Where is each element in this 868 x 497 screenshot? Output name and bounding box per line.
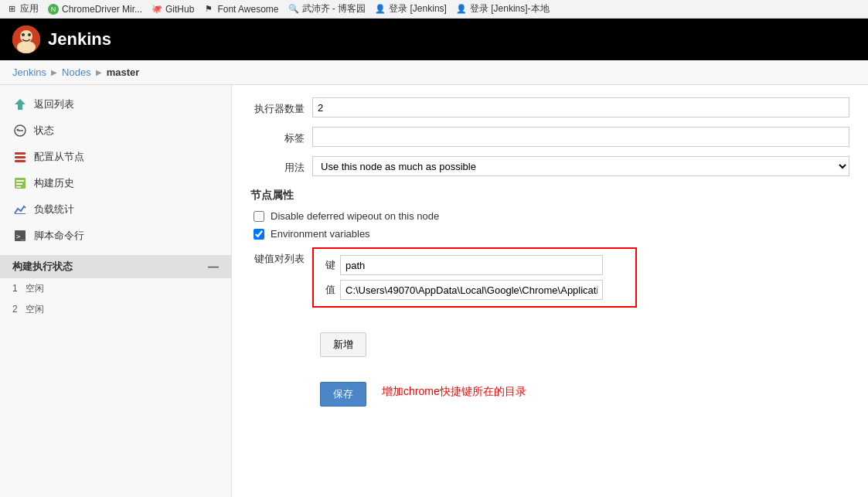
sidebar-item-config[interactable]: 配置从节点: [0, 144, 231, 170]
jenkins-login1-icon: 👤: [375, 4, 386, 15]
load-icon: [12, 202, 28, 217]
jenkins-logo-text: Jenkins: [48, 29, 111, 49]
content-area: 执行器数量 标签 用法 Use this node as much as pos…: [232, 85, 868, 497]
apps-label: 应用: [20, 2, 39, 15]
build-item-2-label: 空闲: [26, 304, 44, 315]
config-icon: [12, 149, 28, 165]
main-layout: 返回列表 状态 配置从节点 构建历史 负载统计: [0, 85, 868, 497]
build-status-item-2: 2 空闲: [0, 299, 231, 320]
build-status-section: 构建执行状态 — 1 空闲 2 空闲: [0, 255, 231, 320]
env-vars-checkbox[interactable]: [254, 229, 264, 240]
kv-key-input[interactable]: [340, 255, 603, 275]
jenkins-login1-label: 登录 [Jenkins]: [389, 2, 447, 15]
wupeiqiblog-bookmark[interactable]: 🔍 武沛齐 - 博客园: [288, 2, 366, 15]
status-icon: [12, 123, 28, 138]
back-icon: [12, 97, 28, 112]
svg-rect-13: [16, 180, 24, 182]
breadcrumb-nodes[interactable]: Nodes: [62, 66, 91, 78]
jenkins-logo[interactable]: Jenkins: [12, 26, 111, 53]
sidebar: 返回列表 状态 配置从节点 构建历史 负载统计: [0, 85, 232, 497]
build-status-item-1: 1 空闲: [0, 278, 231, 299]
build-status-title: 构建执行状态: [12, 260, 73, 274]
sidebar-item-back[interactable]: 返回列表: [0, 91, 231, 117]
apps-icon: ⊞: [6, 4, 17, 15]
svg-point-4: [28, 33, 31, 36]
jenkins-login2-bookmark[interactable]: 👤 登录 [Jenkins]-本地: [456, 2, 550, 15]
save-button[interactable]: 保存: [320, 382, 366, 407]
github-icon: 🐙: [151, 4, 162, 15]
jenkins-login2-label: 登录 [Jenkins]-本地: [470, 2, 550, 15]
build-item-1-number: 1: [12, 283, 18, 294]
usage-label: 用法: [250, 156, 312, 175]
svg-rect-10: [15, 156, 26, 158]
github-label: GitHub: [165, 4, 194, 15]
kv-section: 键值对列表 键 值: [250, 247, 849, 308]
chromedriver-icon: N: [48, 4, 59, 15]
breadcrumb: Jenkins ▶ Nodes ▶ master: [0, 60, 868, 85]
sidebar-back-label: 返回列表: [34, 97, 74, 111]
build-item-2-number: 2: [12, 304, 18, 315]
chromedriver-bookmark[interactable]: N ChromeDriver Mir...: [48, 4, 142, 15]
env-vars-label: Environment variables: [271, 228, 370, 240]
kv-key-row: 键: [320, 255, 629, 275]
kv-section-label: 键值对列表: [250, 247, 312, 266]
fontawesome-bookmark[interactable]: ⚑ Font Awesome: [203, 4, 278, 15]
browser-toolbar: ⊞ 应用 N ChromeDriver Mir... 🐙 GitHub ⚑ Fo…: [0, 0, 868, 19]
chromedriver-label: ChromeDriver Mir...: [62, 4, 142, 15]
sidebar-item-load[interactable]: 负载统计: [0, 196, 231, 223]
fontawesome-label: Font Awesome: [217, 4, 278, 15]
jenkins-login2-icon: 👤: [456, 4, 467, 15]
jenkins-logo-icon: [12, 26, 40, 53]
jenkins-header: Jenkins: [0, 19, 868, 60]
jenkins-login1-bookmark[interactable]: 👤 登录 [Jenkins]: [375, 2, 447, 15]
label-field-label: 标签: [250, 127, 312, 145]
annotation-text: 增加chrome快捷键所在的目录: [366, 385, 526, 399]
kv-value-row: 值: [320, 280, 629, 300]
breadcrumb-jenkins[interactable]: Jenkins: [12, 66, 46, 78]
section-title: 节点属性: [250, 189, 849, 203]
build-status-header: 构建执行状态 —: [0, 255, 231, 278]
breadcrumb-sep2: ▶: [96, 68, 102, 77]
usage-row: 用法 Use this node as much as possible: [250, 156, 849, 176]
wupeiqiblog-label: 武沛齐 - 博客园: [302, 2, 366, 15]
kv-table: 键 值: [312, 247, 637, 308]
usage-select[interactable]: Use this node as much as possible: [312, 156, 849, 176]
breadcrumb-sep1: ▶: [51, 68, 57, 77]
build-item-1-label: 空闲: [26, 283, 44, 294]
svg-rect-15: [16, 186, 21, 188]
checkbox-env-row: Environment variables: [250, 228, 849, 240]
history-icon: [12, 175, 28, 191]
svg-rect-16: [15, 213, 26, 214]
sidebar-item-history[interactable]: 构建历史: [0, 170, 231, 196]
sidebar-script-label: 脚本命令行: [34, 229, 84, 243]
disable-checkbox[interactable]: [254, 211, 264, 222]
label-row: 标签: [250, 127, 849, 147]
sidebar-item-status[interactable]: 状态: [0, 117, 231, 144]
checkbox-disable-row: Disable deferred wipeout on this node: [250, 210, 849, 222]
build-status-collapse-button[interactable]: —: [208, 260, 219, 273]
script-icon: >_: [12, 228, 28, 243]
sidebar-item-script[interactable]: >_ 脚本命令行: [0, 223, 231, 249]
apps-button[interactable]: ⊞ 应用: [6, 2, 39, 15]
github-bookmark[interactable]: 🐙 GitHub: [151, 4, 194, 15]
fontawesome-icon: ⚑: [203, 4, 214, 15]
svg-rect-14: [16, 183, 22, 185]
wupeiqiblog-icon: 🔍: [288, 4, 299, 15]
breadcrumb-master: master: [107, 66, 140, 78]
svg-point-3: [22, 33, 25, 36]
svg-text:>_: >_: [16, 233, 25, 240]
executor-count-input[interactable]: [312, 97, 849, 117]
sidebar-status-label: 状态: [34, 124, 54, 138]
kv-value-input[interactable]: [340, 280, 603, 300]
svg-rect-11: [15, 160, 26, 162]
footer-row: 保存 增加chrome快捷键所在的目录: [250, 369, 849, 407]
disable-label: Disable deferred wipeout on this node: [271, 210, 439, 222]
label-input[interactable]: [312, 127, 849, 147]
sidebar-config-label: 配置从节点: [34, 150, 84, 164]
executor-count-row: 执行器数量: [250, 97, 849, 117]
add-button[interactable]: 新增: [320, 332, 366, 357]
svg-point-2: [17, 41, 36, 53]
svg-rect-9: [15, 152, 26, 155]
kv-value-label: 值: [320, 283, 335, 297]
kv-key-label: 键: [320, 258, 335, 272]
